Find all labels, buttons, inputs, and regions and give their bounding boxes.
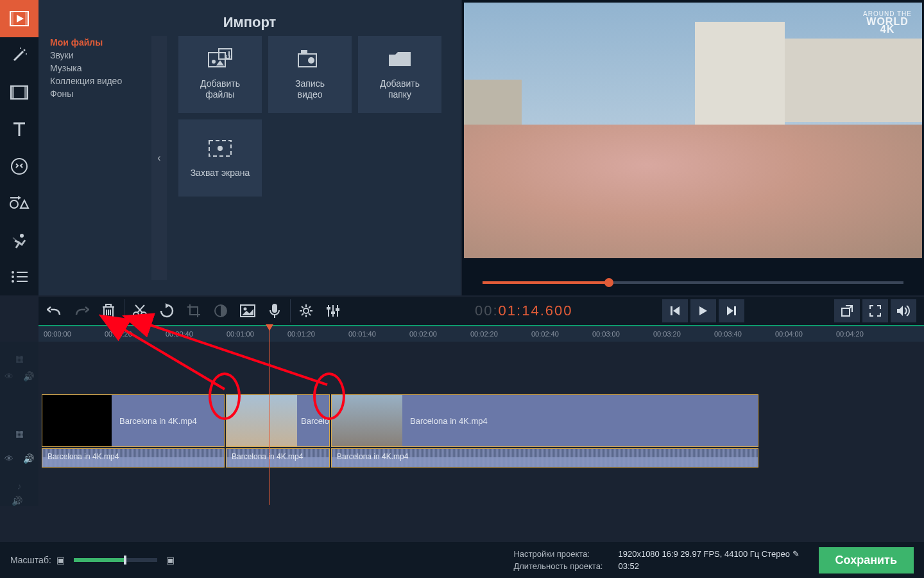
clip-label: Barcelona in 4K.mp4 xyxy=(119,416,197,426)
audio-clip-1[interactable]: Barcelona in 4K.mp4 xyxy=(42,448,225,468)
zoom-slider[interactable] xyxy=(74,558,157,562)
preview-frame[interactable]: AROUND THEWORLD4K xyxy=(464,3,922,258)
ruler-tick: 00:03:20 xyxy=(653,330,681,338)
svg-point-15 xyxy=(20,234,24,238)
zoom-out-icon[interactable]: ▣ xyxy=(56,555,65,565)
project-settings-value: 1920x1080 16:9 29.97 FPS, 44100 Гц Стере… xyxy=(618,549,790,559)
video-clip-1[interactable]: Barcelona in 4K.mp4 xyxy=(42,394,225,447)
clip-label: Barcelona in 4K.mp4 xyxy=(232,452,303,461)
audio-clip-2[interactable]: Barcelona in 4K.mp4 xyxy=(226,448,330,468)
svg-point-6 xyxy=(20,48,21,49)
ruler-tick: 00:04:20 xyxy=(836,330,864,338)
clip-label: Barcelona in 4K.mp4 xyxy=(47,452,119,461)
camera-icon xyxy=(297,49,323,69)
svg-rect-3 xyxy=(25,12,28,26)
stickers-icon[interactable] xyxy=(0,148,38,185)
ruler-tick: 00:02:40 xyxy=(531,330,559,338)
edit-settings-icon[interactable]: ✎ xyxy=(792,549,800,559)
filters-icon[interactable] xyxy=(0,74,38,111)
volume-icon: 🔊 xyxy=(23,453,34,464)
tile-label: Захват экрана xyxy=(191,168,250,179)
svg-point-44 xyxy=(244,308,247,311)
text-icon[interactable] xyxy=(0,111,38,148)
panel-sidebar: Мои файлы Звуки Музыка Коллекция видео Ф… xyxy=(38,36,148,100)
record-video-tile[interactable]: Запись видео xyxy=(268,36,352,113)
prev-button[interactable] xyxy=(662,299,688,322)
play-button[interactable] xyxy=(690,299,716,322)
svg-line-53 xyxy=(309,313,311,315)
timecode: 00:01:14.600 xyxy=(475,302,572,319)
video-audio-head[interactable]: 👁🔊 xyxy=(0,451,38,466)
zoom-in-icon[interactable]: ▣ xyxy=(166,555,175,565)
svg-point-23 xyxy=(212,60,216,64)
svg-marker-68 xyxy=(897,306,903,316)
status-bar: Масштаб: ▣ ▣ Настройки проекта: 1920x108… xyxy=(0,542,924,578)
svg-rect-36 xyxy=(106,304,111,307)
svg-line-71 xyxy=(146,324,327,385)
video-track-icon: ▦ xyxy=(15,428,24,439)
screen-capture-tile[interactable]: Захват экрана xyxy=(178,119,262,197)
annotation-arrow xyxy=(135,317,334,394)
tile-label: Добавить файлы xyxy=(200,78,240,100)
sidebar-item-sounds[interactable]: Звуки xyxy=(50,49,136,62)
svg-rect-9 xyxy=(11,86,14,99)
wand-icon[interactable] xyxy=(0,37,38,74)
video-track-head[interactable]: ▦ xyxy=(0,417,38,450)
svg-rect-62 xyxy=(671,306,672,315)
volume-button[interactable] xyxy=(891,299,916,322)
svg-rect-46 xyxy=(272,304,277,313)
sidebar-item-music[interactable]: Музыка xyxy=(50,62,136,74)
next-button[interactable] xyxy=(719,299,744,322)
ruler-tick: 00:00:00 xyxy=(44,330,71,338)
audio-clip-3[interactable]: Barcelona in 4K.mp4 xyxy=(331,448,758,468)
svg-rect-67 xyxy=(842,308,850,316)
save-button[interactable]: Сохранить xyxy=(819,547,914,574)
ruler-tick: 00:02:20 xyxy=(470,330,498,338)
svg-point-17 xyxy=(12,276,14,278)
music-track-head[interactable]: ♪ xyxy=(0,477,38,496)
svg-marker-13 xyxy=(21,200,28,208)
add-files-tile[interactable]: Добавить файлы xyxy=(178,36,262,113)
add-folder-tile[interactable]: Добавить папку xyxy=(358,36,441,113)
preview-scrubber[interactable] xyxy=(462,270,924,295)
svg-rect-2 xyxy=(10,12,13,26)
detach-button[interactable] xyxy=(834,299,860,322)
clip-label: Barcelona in 4K.mp4 xyxy=(337,452,408,461)
svg-rect-28 xyxy=(301,50,307,54)
ruler-tick: 00:04:00 xyxy=(775,330,803,338)
collapse-sidebar-button[interactable]: ‹ xyxy=(151,36,167,280)
eye-icon: 👁 xyxy=(4,453,13,464)
svg-line-55 xyxy=(302,313,304,315)
import-tiles: Добавить файлы Запись видео Добавить пап… xyxy=(178,36,448,197)
svg-line-52 xyxy=(302,306,304,308)
overlay-audio-head[interactable]: 👁🔊 xyxy=(0,370,38,383)
redo-button[interactable] xyxy=(68,298,95,324)
import-tab-icon[interactable] xyxy=(0,0,38,37)
svg-point-27 xyxy=(308,57,314,64)
list-icon[interactable] xyxy=(0,259,38,296)
folder-icon xyxy=(387,49,413,69)
svg-marker-64 xyxy=(699,306,707,315)
overlay-track-head[interactable]: ▦ xyxy=(0,347,38,370)
svg-marker-45 xyxy=(242,309,253,315)
svg-point-18 xyxy=(12,280,14,283)
sidebar-item-videocollection[interactable]: Коллекция видео xyxy=(50,74,136,87)
svg-rect-59 xyxy=(327,307,330,310)
motion-icon[interactable] xyxy=(0,222,38,259)
svg-rect-60 xyxy=(331,311,335,314)
playback-controls: 00:01:14.600 xyxy=(462,297,924,325)
ruler-tick: 00:03:00 xyxy=(592,330,620,338)
project-duration-label: Длительность проекта: xyxy=(513,561,603,571)
scale-label: Масштаб: xyxy=(10,555,51,565)
sidebar-item-myfiles[interactable]: Мои файлы xyxy=(50,36,136,49)
video-clip-3[interactable]: Barcelona in 4K.mp4 xyxy=(331,394,758,447)
music-vol-head[interactable]: 🔊 xyxy=(0,496,38,506)
undo-button[interactable] xyxy=(41,298,68,324)
svg-rect-10 xyxy=(24,86,28,99)
svg-point-5 xyxy=(24,49,26,51)
fullscreen-button[interactable] xyxy=(862,299,888,322)
project-info: Настройки проекта: 1920x1080 16:9 29.97 … xyxy=(513,549,799,571)
sidebar-item-backgrounds[interactable]: Фоны xyxy=(50,87,136,100)
svg-marker-66 xyxy=(727,306,733,315)
shapes-icon[interactable] xyxy=(0,185,38,222)
